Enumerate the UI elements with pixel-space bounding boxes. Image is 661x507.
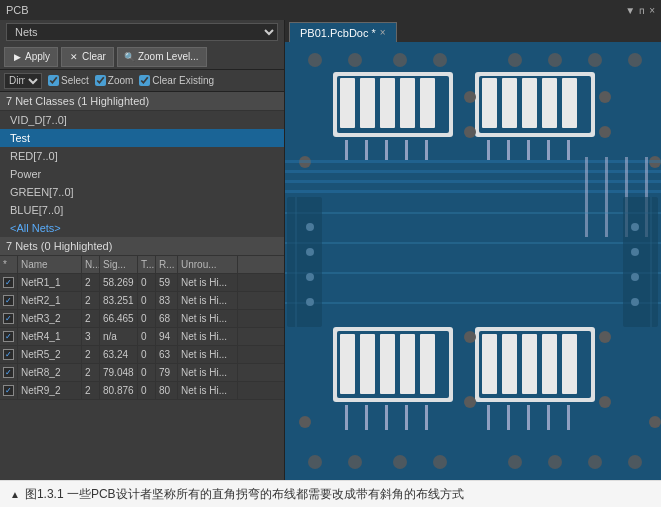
svg-point-84 [628, 455, 642, 469]
net-row-checkbox[interactable] [0, 346, 18, 363]
svg-point-76 [649, 416, 661, 428]
close-icon[interactable]: × [649, 5, 655, 16]
svg-point-36 [599, 91, 611, 103]
net-cell-n: 2 [82, 292, 100, 309]
net-class-item[interactable]: GREEN[7..0] [0, 183, 284, 201]
net-cell-t: 0 [138, 328, 156, 345]
table-row[interactable]: NetR4_13n/a094Net is Hi... [0, 328, 284, 346]
pcb-canvas [285, 42, 661, 480]
net-cell-r: 83 [156, 292, 178, 309]
zoom-checkbox-label[interactable]: Zoom [95, 75, 134, 86]
net-cell-name: NetR8_2 [18, 364, 82, 381]
clear-button[interactable]: ✕ Clear [61, 47, 114, 67]
table-row[interactable]: NetR8_2279.048079Net is Hi... [0, 364, 284, 382]
svg-rect-53 [420, 334, 435, 394]
svg-rect-22 [562, 78, 577, 128]
zoom-icon: 🔍 [125, 52, 135, 62]
net-cell-unrou: Net is Hi... [178, 364, 238, 381]
svg-rect-31 [547, 140, 550, 160]
svg-point-82 [548, 455, 562, 469]
net-cell-sig: 79.048 [100, 364, 138, 381]
net-cell-n: 2 [82, 274, 100, 291]
svg-point-7 [588, 53, 602, 67]
svg-rect-44 [605, 157, 608, 237]
svg-rect-43 [585, 157, 588, 237]
dim-select[interactable]: Dim Normal [4, 73, 42, 89]
nets-table-header-label: 7 Nets (0 Highlighted) [0, 237, 284, 256]
svg-point-96 [306, 298, 314, 306]
net-cell-t: 0 [138, 364, 156, 381]
float-icon[interactable]: ᴨ [639, 5, 645, 16]
net-cell-name: NetR1_1 [18, 274, 82, 291]
net-row-checkbox[interactable] [0, 310, 18, 327]
net-class-item[interactable]: Power [0, 165, 284, 183]
net-cell-r: 63 [156, 346, 178, 363]
svg-rect-88 [285, 302, 661, 304]
svg-rect-23 [345, 140, 348, 160]
options-row: Dim Normal Select Zoom Clear Existing [0, 70, 284, 92]
svg-rect-52 [400, 334, 415, 394]
net-cell-sig: 58.269 [100, 274, 138, 291]
select-checkbox[interactable] [48, 75, 59, 86]
caption-triangle: ▲ [10, 489, 20, 500]
net-cell-t: 0 [138, 310, 156, 327]
clear-existing-checkbox[interactable] [139, 75, 150, 86]
zoom-checkbox[interactable] [95, 75, 106, 86]
net-cell-r: 80 [156, 382, 178, 399]
table-row[interactable]: NetR1_1258.269059Net is Hi... [0, 274, 284, 292]
svg-point-34 [464, 91, 476, 103]
svg-rect-21 [542, 78, 557, 128]
apply-button[interactable]: ▶ Apply [4, 47, 58, 67]
svg-rect-41 [285, 180, 661, 183]
svg-rect-87 [285, 272, 661, 274]
all-nets-link[interactable]: <All Nets> [0, 219, 284, 237]
net-class-item[interactable]: VID_D[7..0] [0, 111, 284, 129]
table-row[interactable]: NetR2_1283.251083Net is Hi... [0, 292, 284, 310]
svg-rect-66 [487, 405, 490, 430]
net-row-checkbox[interactable] [0, 292, 18, 309]
net-class-item[interactable]: Test [0, 129, 284, 147]
net-cell-unrou: Net is Hi... [178, 292, 238, 309]
svg-rect-59 [542, 334, 557, 394]
svg-rect-70 [567, 405, 570, 430]
table-row[interactable]: NetR5_2263.24063Net is Hi... [0, 346, 284, 364]
net-cell-sig: 80.876 [100, 382, 138, 399]
net-class-item[interactable]: RED[7..0] [0, 147, 284, 165]
svg-point-74 [599, 331, 611, 343]
select-checkbox-label[interactable]: Select [48, 75, 89, 86]
checkbox-box [3, 295, 14, 306]
svg-rect-24 [365, 140, 368, 160]
checkbox-box [3, 277, 14, 288]
nets-dropdown-bar: Nets [0, 20, 284, 44]
nets-dropdown[interactable]: Nets [6, 23, 278, 41]
net-class-item[interactable]: BLUE[7..0] [0, 201, 284, 219]
pcb-doc-tab[interactable]: PB01.PcbDoc * × [289, 22, 397, 42]
svg-rect-11 [340, 78, 355, 128]
net-row-checkbox[interactable] [0, 364, 18, 381]
net-row-checkbox[interactable] [0, 274, 18, 291]
svg-rect-39 [285, 160, 661, 163]
net-row-checkbox[interactable] [0, 328, 18, 345]
svg-rect-63 [385, 405, 388, 430]
clear-existing-checkbox-label[interactable]: Clear Existing [139, 75, 214, 86]
svg-point-93 [306, 223, 314, 231]
main-layout: Nets ▶ Apply ✕ Clear 🔍 Zoom Level... Dim… [0, 20, 661, 480]
nets-table-section: 7 Nets (0 Highlighted) *NameN...Sig...T.… [0, 237, 284, 480]
net-row-checkbox[interactable] [0, 382, 18, 399]
svg-rect-68 [527, 405, 530, 430]
table-row[interactable]: NetR3_2266.465068Net is Hi... [0, 310, 284, 328]
col-header-n: N... [82, 256, 100, 273]
svg-point-99 [631, 273, 639, 281]
svg-point-71 [299, 416, 311, 428]
table-row[interactable]: NetR9_2280.876080Net is Hi... [0, 382, 284, 400]
svg-point-72 [464, 331, 476, 343]
svg-rect-91 [287, 197, 322, 327]
col-header-: * [0, 256, 18, 273]
pin-icon[interactable]: ▼ [625, 5, 635, 16]
nets-table-body[interactable]: NetR1_1258.269059Net is Hi...NetR2_1283.… [0, 274, 284, 480]
svg-rect-57 [502, 334, 517, 394]
zoom-level-button[interactable]: 🔍 Zoom Level... [117, 47, 207, 67]
tab-close-icon[interactable]: × [380, 27, 386, 38]
net-cell-n: 2 [82, 382, 100, 399]
svg-rect-15 [420, 78, 435, 128]
